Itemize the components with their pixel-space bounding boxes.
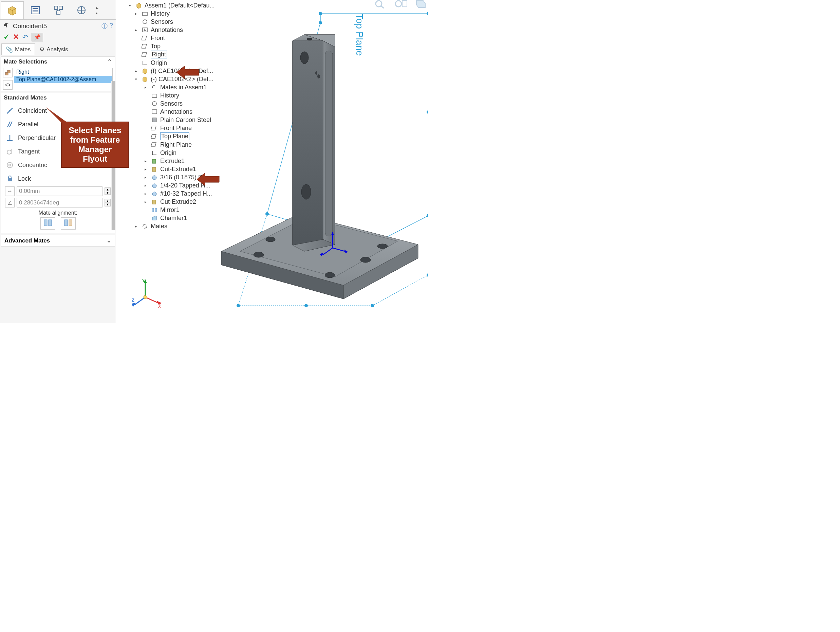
- material-icon: [151, 116, 158, 124]
- tree-comp2-sensors[interactable]: Sensors: [128, 100, 230, 108]
- tree-mates-in-assem[interactable]: ▸Mates in Assem1: [128, 83, 230, 91]
- tree-comp2-origin[interactable]: Origin: [128, 149, 230, 157]
- tree-top-plane[interactable]: Top: [128, 42, 230, 50]
- view-orientation-icon[interactable]: [413, 0, 428, 10]
- svg-point-72: [302, 184, 311, 200]
- zoom-area-icon[interactable]: [393, 0, 408, 10]
- feature-manager-tab[interactable]: [1, 2, 24, 19]
- collapse-toggle-icon[interactable]: ▾: [135, 77, 139, 81]
- tree-comp2-annotations[interactable]: Annotations: [128, 108, 230, 116]
- expand-icon: ⌄: [107, 237, 111, 244]
- tree-annotations[interactable]: ▸AAnnotations: [128, 26, 230, 34]
- tangent-icon: [5, 147, 14, 156]
- tree-comp2-top-label: Top Plane: [160, 133, 189, 140]
- expand-toggle-icon[interactable]: ▸: [145, 167, 148, 171]
- tree-front-plane[interactable]: Front: [128, 34, 230, 42]
- help-detailed-icon[interactable]: ⓘ: [101, 22, 107, 30]
- perpendicular-icon: [5, 133, 14, 143]
- ok-button[interactable]: ✓: [3, 33, 9, 41]
- cut-icon: [151, 198, 158, 206]
- selection-item-2[interactable]: Top Plane@CAE1002-2@Assem: [14, 76, 112, 83]
- svg-point-113: [152, 184, 156, 188]
- help-icon[interactable]: ?: [110, 22, 113, 30]
- tree-comp2-history[interactable]: History: [128, 91, 230, 100]
- distance-spinner[interactable]: ▲▼: [104, 187, 111, 195]
- expand-toggle-icon[interactable]: ▸: [135, 224, 139, 228]
- mate-selection-list[interactable]: Right Top Plane@CAE1002-2@Assem: [14, 68, 113, 88]
- svg-point-41: [426, 12, 428, 15]
- mate-parallel-label: Parallel: [18, 121, 38, 128]
- angle-spinner[interactable]: ▲▼: [104, 199, 111, 206]
- zoom-fit-icon[interactable]: [374, 0, 388, 10]
- multi-mate-button[interactable]: [3, 80, 13, 90]
- pin-button[interactable]: 📌: [32, 33, 43, 41]
- expand-toggle-icon[interactable]: ▸: [135, 11, 139, 16]
- axis-triad[interactable]: Y X Z: [132, 279, 162, 309]
- expand-toggle-icon[interactable]: ▸: [145, 85, 148, 90]
- tree-comp2-material[interactable]: Plain Carbon Steel: [128, 116, 230, 124]
- collapse-toggle-icon[interactable]: ▾: [129, 3, 133, 8]
- undo-button[interactable]: ↶: [22, 33, 28, 41]
- svg-marker-120: [197, 173, 219, 186]
- tree-right-plane[interactable]: Right: [128, 50, 230, 59]
- configuration-manager-tab[interactable]: [47, 2, 70, 19]
- tree-root[interactable]: ▾ Assem1 (Default<Defau...: [128, 2, 230, 10]
- tree-history[interactable]: ▸History: [128, 10, 230, 17]
- expand-toggle-icon[interactable]: ▸: [135, 28, 139, 32]
- property-manager-tab[interactable]: [24, 2, 47, 19]
- svg-rect-29: [44, 220, 47, 226]
- tree-cutextrude2[interactable]: ▸Cut-Extrude2: [128, 198, 230, 206]
- analysis-tab[interactable]: ⚙ Analysis: [35, 43, 72, 55]
- svg-point-91: [143, 20, 147, 24]
- mate-selections-head[interactable]: Mate Selections ⌃: [1, 57, 115, 67]
- annotation-arrow-2: [197, 171, 221, 188]
- entity-selector-button[interactable]: [3, 68, 13, 78]
- panel-tabs-overflow[interactable]: ▸•: [93, 2, 101, 19]
- standard-mates-head[interactable]: Standard Mates: [1, 93, 115, 103]
- tree-hole3[interactable]: ▸#10-32 Tapped H...: [128, 190, 230, 198]
- svg-point-27: [9, 164, 11, 166]
- cancel-button[interactable]: ✕: [13, 33, 19, 41]
- aligned-button[interactable]: [40, 217, 55, 230]
- tree-comp2-top[interactable]: Top Plane: [128, 132, 230, 141]
- selection-item-1[interactable]: Right: [14, 68, 112, 76]
- svg-line-82: [145, 297, 158, 303]
- callout-line1: Select Planes: [66, 126, 123, 135]
- tree-history-label: History: [151, 10, 170, 17]
- tree-comp2-front[interactable]: Front Plane: [128, 124, 230, 132]
- tree-extrude1[interactable]: ▸Extrude1: [128, 157, 230, 165]
- tree-front-label: Front: [151, 35, 165, 42]
- advanced-mates-head[interactable]: Advanced Mates ⌄: [1, 234, 115, 247]
- expand-toggle-icon[interactable]: ▸: [145, 200, 148, 204]
- dimxpert-manager-tab[interactable]: [70, 2, 93, 19]
- anti-aligned-button[interactable]: [61, 217, 76, 230]
- svg-point-102: [152, 101, 156, 106]
- expand-toggle-icon[interactable]: ▸: [135, 69, 139, 73]
- tree-mates-folder[interactable]: ▸Mates: [128, 222, 230, 230]
- mate-lock[interactable]: Lock: [3, 172, 113, 185]
- clip-icon: 📎: [6, 46, 13, 53]
- svg-point-60: [266, 237, 275, 242]
- mates-tab[interactable]: 📎 Mates: [2, 43, 35, 55]
- gear-icon: ⚙: [39, 46, 44, 53]
- sensor-icon: [151, 100, 158, 107]
- flyout-feature-tree[interactable]: ▾ Assem1 (Default<Defau... ▸History Sens…: [128, 2, 230, 230]
- plane-icon: [151, 141, 158, 149]
- tree-mirror1[interactable]: Mirror1: [128, 206, 230, 214]
- tree-chamfer1[interactable]: Chamfer1: [128, 214, 230, 222]
- svg-point-57: [325, 272, 335, 278]
- svg-rect-117: [155, 208, 157, 212]
- expand-toggle-icon[interactable]: ▸: [145, 192, 148, 196]
- svg-point-49: [371, 304, 374, 307]
- svg-point-35: [395, 1, 401, 7]
- mate-coincident-label: Coincident: [18, 107, 47, 114]
- expand-toggle-icon[interactable]: ▸: [145, 159, 148, 163]
- distance-input[interactable]: [17, 187, 103, 196]
- expand-toggle-icon[interactable]: ▸: [145, 175, 148, 180]
- tree-sensors[interactable]: Sensors: [128, 17, 230, 26]
- mates-folder-icon: [151, 84, 158, 91]
- angle-input[interactable]: [17, 198, 103, 207]
- mate-perpendicular-label: Perpendicular: [18, 135, 56, 142]
- expand-toggle-icon[interactable]: ▸: [145, 184, 148, 188]
- tree-comp2-right[interactable]: Right Plane: [128, 141, 230, 149]
